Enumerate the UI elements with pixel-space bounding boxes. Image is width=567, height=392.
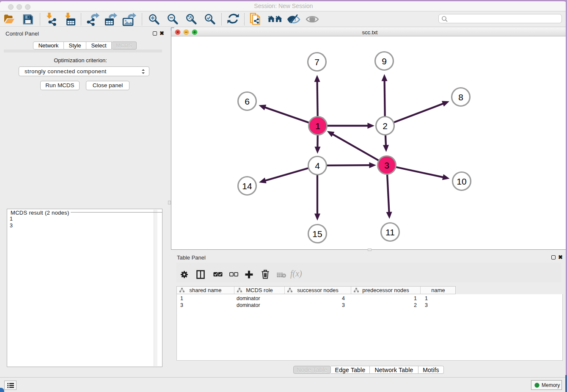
svg-text:7: 7 [314, 57, 319, 67]
svg-text:4: 4 [315, 161, 320, 171]
svg-text:15: 15 [312, 229, 322, 239]
svg-text:1: 1 [315, 121, 320, 131]
svg-text:6: 6 [245, 97, 250, 106]
svg-text:14: 14 [242, 181, 252, 191]
svg-text:2: 2 [383, 121, 388, 131]
svg-text:10: 10 [457, 177, 466, 186]
svg-text:11: 11 [385, 227, 395, 237]
svg-text:8: 8 [458, 92, 463, 102]
svg-text:3: 3 [384, 160, 389, 170]
svg-text:9: 9 [382, 56, 387, 66]
